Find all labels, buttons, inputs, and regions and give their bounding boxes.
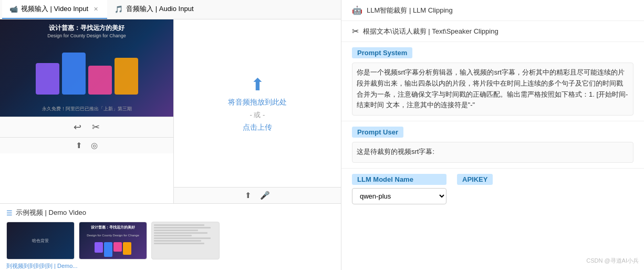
video-thumbnail: 设计普惠：寻找远方的美好 Design for County Design fo… <box>0 19 173 117</box>
video-tab-icon: 📹 <box>9 5 18 13</box>
audio-tab-icon: 🎵 <box>115 5 123 13</box>
content-row: 设计普惠：寻找远方的美好 Design for County Design fo… <box>0 19 341 203</box>
audio-or-label: - 或 - <box>250 110 265 120</box>
prompt-user-label: Prompt User <box>352 127 403 138</box>
watermark: CSDN @寻道AI小兵 <box>586 257 639 265</box>
audio-section: ⬆ 将音频拖放到此处 - 或 - 点击上传 ⬆ 🎤 <box>173 19 341 203</box>
prompt-user-block: Prompt User 这是待裁剪的视频srt字幕: <box>341 121 644 169</box>
demo-title-label: 示例视频 | Demo Video <box>16 208 86 217</box>
demo-thumb-1-inner: 暗色背景 <box>7 222 74 259</box>
demo-thumb-3[interactable] <box>151 222 220 259</box>
llm-label: LLM智能裁剪 | LLM Clipping <box>367 6 453 15</box>
video-overlay-sub: Design for County Design for Change <box>0 33 173 38</box>
demo-title: ☰ 示例视频 | Demo Video <box>6 208 335 217</box>
thumb2-title: 设计普惠：寻找远方的美好 <box>80 225 146 230</box>
more-demos-link[interactable]: 到视频到到到到到 | Demo... <box>6 262 335 270</box>
feature-text-speaker: ✂ 根据文本\说话人裁剪 | Text\Speaker Clipping <box>341 21 644 42</box>
audio-mic-icon[interactable]: 🎤 <box>260 191 270 200</box>
scissors-icon: ✂ <box>352 26 359 36</box>
thumb2-sub: Design for County Design for Change <box>80 234 146 237</box>
thumb3-line7 <box>154 240 201 242</box>
prompt-user-text: 这是待裁剪的视频srt字幕: <box>357 147 629 158</box>
cut-icon[interactable]: ✂ <box>92 121 100 133</box>
video-info-icon[interactable]: ◎ <box>91 141 98 150</box>
audio-bottom-controls: ⬆ 🎤 <box>174 187 341 203</box>
prompt-system-block: Prompt System 你是一个视频srt字幕分析剪辑器，输入视频的srt字… <box>341 42 644 121</box>
thumb3-line8 <box>154 243 204 244</box>
demo-section: ☰ 示例视频 | Demo Video 暗色背景 设计普惠：寻找远方的美好 De… <box>0 203 341 270</box>
prompt-user-content[interactable]: 这是待裁剪的视频srt字幕: <box>352 142 633 163</box>
demo-list-icon: ☰ <box>6 209 13 217</box>
prompt-system-text: 你是一个视频srt字幕分析剪辑器，输入视频的srt字幕，分析其中的精彩且尽可能连… <box>357 67 629 111</box>
demo-thumbnails: 暗色背景 设计普惠：寻找远方的美好 Design for County Desi… <box>6 222 335 259</box>
thumb3-line5 <box>154 235 192 236</box>
video-overlay-title: 设计普惠：寻找远方的美好 <box>0 24 173 33</box>
left-panel: 📹 视频输入 | Video Input ✕ 🎵 音频输入 | Audio In… <box>0 0 341 270</box>
video-tab-label: 视频输入 | Video Input <box>21 4 88 14</box>
right-panel: 🤖 LLM智能裁剪 | LLM Clipping ✂ 根据文本\说话人裁剪 | … <box>341 0 644 270</box>
tab-video[interactable]: 📹 视频输入 | Video Input ✕ <box>2 0 107 19</box>
demo-thumb-1[interactable]: 暗色背景 <box>6 222 75 259</box>
audio-click-upload[interactable]: 点击上传 <box>243 123 272 132</box>
thumb3-line4 <box>154 232 207 234</box>
thumb3-line6 <box>154 237 211 239</box>
model-name-select[interactable]: qwen-plus gpt-4 gpt-3.5-turbo claude-3 <box>352 188 446 204</box>
thumb3-line3 <box>154 230 198 231</box>
audio-tab-label: 音频输入 | Audio Input <box>126 4 193 14</box>
thumb3-line2 <box>154 227 211 229</box>
model-name-label: LLM Model Name <box>352 174 446 185</box>
thumb1-content: 暗色背景 <box>30 236 51 246</box>
tabs-row: 📹 视频输入 | Video Input ✕ 🎵 音频输入 | Audio In… <box>0 0 341 19</box>
video-area[interactable]: 设计普惠：寻找远方的美好 Design for County Design fo… <box>0 19 173 117</box>
video-upload-icon[interactable]: ⬆ <box>76 141 82 150</box>
video-tab-close[interactable]: ✕ <box>91 5 100 13</box>
undo-icon[interactable]: ↩ <box>74 121 81 133</box>
prompt-system-label: Prompt System <box>352 47 412 58</box>
video-controls: ↩ ✂ <box>0 117 173 137</box>
thumb3-line1 <box>154 224 204 226</box>
llm-icon: 🤖 <box>352 5 362 15</box>
model-row: LLM Model Name qwen-plus gpt-4 gpt-3.5-t… <box>341 169 644 210</box>
model-name-group: LLM Model Name qwen-plus gpt-4 gpt-3.5-t… <box>352 174 446 204</box>
audio-upload-arrow: ⬆ <box>251 75 265 95</box>
text-speaker-label: 根据文本\说话人裁剪 | Text\Speaker Clipping <box>363 27 498 36</box>
video-bottom-controls: ⬆ ◎ <box>0 137 173 153</box>
audio-upload-icon[interactable]: ⬆ <box>245 191 252 200</box>
prompt-system-content[interactable]: 你是一个视频srt字幕分析剪辑器，输入视频的srt字幕，分析其中的精彩且尽可能连… <box>352 63 633 116</box>
video-bottom-text: 永久免费！阿里巴巴已推出「上新」第三期 <box>0 106 173 112</box>
video-section: 设计普惠：寻找远方的美好 Design for County Design fo… <box>0 19 173 203</box>
apikey-label: APIKEY <box>457 174 493 185</box>
apikey-group: APIKEY <box>457 174 493 185</box>
audio-drag-label: 将音频拖放到此处 <box>228 98 287 107</box>
audio-upload-area[interactable]: ⬆ 将音频拖放到此处 - 或 - 点击上传 <box>174 19 341 187</box>
demo-thumb-2[interactable]: 设计普惠：寻找远方的美好 Design for County Design fo… <box>79 222 147 259</box>
tab-audio[interactable]: 🎵 音频输入 | Audio Input <box>107 0 201 19</box>
feature-llm: 🤖 LLM智能裁剪 | LLM Clipping <box>341 0 644 21</box>
